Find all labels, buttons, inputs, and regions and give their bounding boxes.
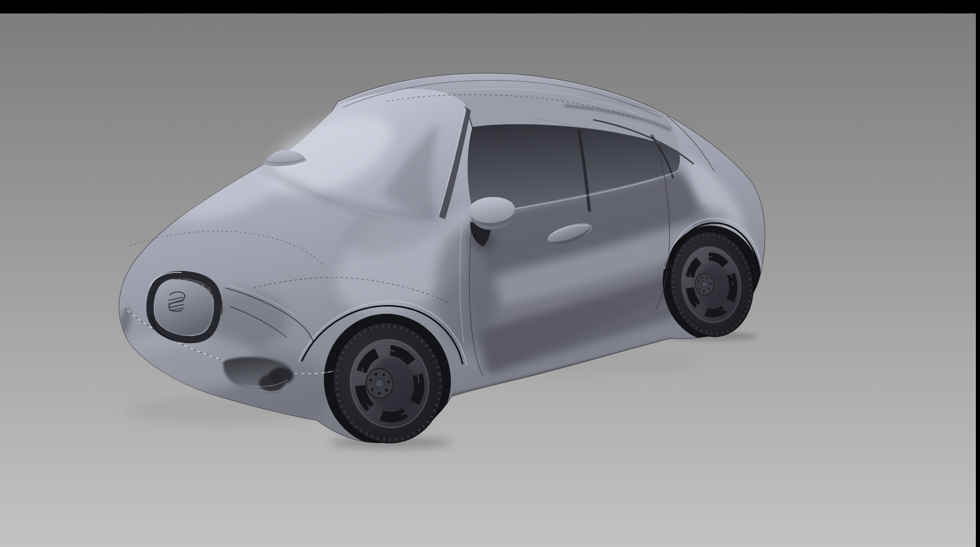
cad-application-window: [0, 0, 980, 547]
window-right-bar: [976, 0, 980, 547]
grille: [150, 272, 223, 341]
viewport-canvas[interactable]: [0, 0, 980, 547]
grille-plate: [155, 280, 213, 335]
window-top-bar: [0, 0, 980, 13]
